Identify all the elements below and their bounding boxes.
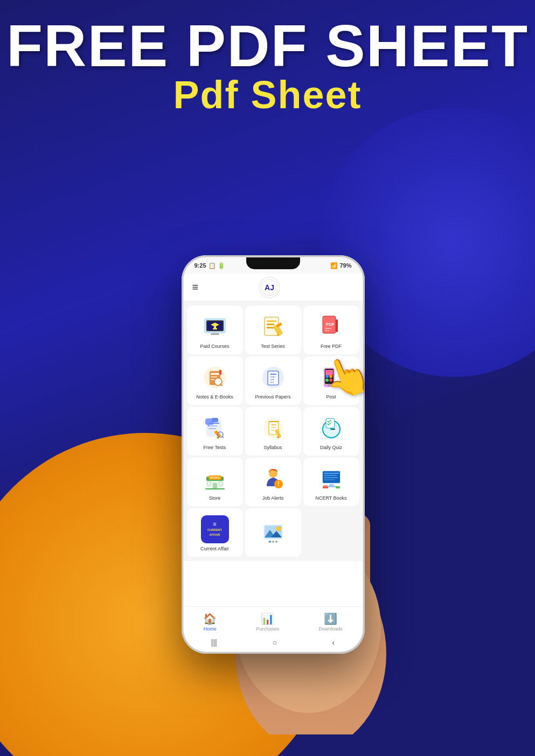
nav-home-label: Home bbox=[204, 626, 217, 632]
svg-rect-110 bbox=[336, 486, 340, 488]
test-series-icon bbox=[259, 313, 287, 341]
ncert-books-label: NCERT Books bbox=[315, 495, 346, 501]
signal-icon: 📶 bbox=[330, 262, 338, 269]
grid-item-free-pdf[interactable]: PDF Free PDF bbox=[303, 306, 359, 354]
svg-rect-95 bbox=[219, 482, 223, 485]
nav-downloads[interactable]: ⬇️ Downloads bbox=[318, 612, 343, 632]
svg-rect-104 bbox=[324, 477, 338, 478]
grid-item-test-series[interactable]: Test Series bbox=[245, 306, 301, 354]
syllabus-label: Syllabus bbox=[263, 445, 282, 450]
header-section: FREE PDF SHEET Pdf Sheet bbox=[0, 16, 535, 114]
svg-point-115 bbox=[276, 526, 281, 531]
svg-line-68 bbox=[222, 436, 224, 438]
syllabus-icon bbox=[259, 414, 287, 442]
nav-downloads-label: Downloads bbox=[318, 626, 343, 632]
phone-wrapper: 9:25 📋 🔋 📶 79% ≡ AJ bbox=[155, 255, 381, 724]
svg-rect-61 bbox=[209, 425, 217, 426]
hamburger-icon[interactable]: ≡ bbox=[192, 281, 199, 293]
svg-rect-34 bbox=[325, 330, 329, 331]
title-line1: FREE PDF SHEET bbox=[0, 16, 535, 75]
status-right: 📶 79% bbox=[330, 262, 351, 269]
svg-point-116 bbox=[269, 541, 271, 543]
svg-point-118 bbox=[275, 541, 277, 543]
svg-rect-31 bbox=[336, 319, 338, 332]
grid-item-current-affair[interactable]: ≡ CURRENT AFFAIR Current Affair bbox=[187, 508, 243, 557]
nav-purchases[interactable]: 📊 Purchases bbox=[256, 612, 279, 632]
svg-rect-94 bbox=[207, 482, 211, 485]
grid-item-free-tests[interactable]: Free Tests bbox=[187, 407, 243, 456]
gallery-icon bbox=[259, 518, 287, 546]
notes-ebooks-label: Notes & E-Books bbox=[196, 394, 233, 400]
store-icon: BOOKS bbox=[201, 465, 229, 493]
battery-text: 79% bbox=[339, 262, 351, 269]
notes-ebooks-icon bbox=[201, 363, 229, 391]
grid-item-gallery[interactable] bbox=[245, 508, 301, 557]
status-icons: 📋 🔋 bbox=[209, 262, 225, 269]
job-alerts-label: Job Alerts bbox=[262, 495, 284, 501]
svg-rect-18 bbox=[214, 325, 216, 328]
svg-rect-105 bbox=[324, 479, 335, 480]
grid-item-syllabus[interactable]: Syllabus bbox=[245, 407, 301, 456]
bottom-nav: 🏠 Home 📊 Purchases ⬇️ Downloads bbox=[184, 606, 363, 636]
home-nav-icon: 🏠 bbox=[203, 612, 217, 625]
status-left: 9:25 📋 🔋 bbox=[194, 262, 225, 269]
svg-rect-62 bbox=[209, 428, 216, 429]
grid-item-paid-courses[interactable]: Paid Courses bbox=[187, 306, 243, 354]
store-label: Store bbox=[209, 495, 221, 501]
svg-text:BOOKS: BOOKS bbox=[210, 476, 220, 479]
current-affair-label: Current Affair bbox=[200, 546, 229, 551]
phone-frame: 9:25 📋 🔋 📶 79% ≡ AJ bbox=[182, 255, 365, 654]
daily-quiz-label: Daily Quiz bbox=[320, 445, 342, 450]
svg-rect-46 bbox=[270, 376, 275, 377]
app-logo: AJ bbox=[259, 277, 280, 298]
svg-rect-24 bbox=[267, 324, 274, 325]
previous-papers-icon bbox=[259, 363, 287, 391]
app-header: ≡ AJ bbox=[184, 274, 363, 302]
svg-point-117 bbox=[272, 541, 274, 543]
app-grid: Paid Courses bbox=[184, 302, 363, 561]
svg-point-83 bbox=[330, 428, 332, 430]
svg-rect-72 bbox=[271, 427, 275, 428]
free-tests-label: Free Tests bbox=[204, 445, 226, 450]
phone-inner: 9:25 📋 🔋 📶 79% ≡ AJ bbox=[184, 257, 363, 652]
free-pdf-label: Free PDF bbox=[321, 344, 342, 349]
svg-rect-65 bbox=[205, 418, 214, 425]
grid-item-job-alerts[interactable]: ! Job Alerts bbox=[245, 458, 301, 506]
svg-point-21 bbox=[213, 332, 217, 334]
ncert-books-icon bbox=[317, 465, 345, 493]
grid-item-notes-ebooks[interactable]: Notes & E-Books bbox=[187, 356, 243, 405]
current-affair-icon: ≡ CURRENT AFFAIR bbox=[201, 515, 229, 543]
paid-courses-label: Paid Courses bbox=[200, 344, 229, 349]
test-series-label: Test Series bbox=[261, 344, 285, 349]
svg-rect-33 bbox=[325, 328, 331, 329]
nav-purchases-label: Purchases bbox=[256, 626, 279, 632]
svg-rect-107 bbox=[327, 486, 336, 487]
svg-rect-73 bbox=[271, 430, 274, 431]
svg-rect-49 bbox=[273, 371, 274, 385]
status-time: 9:25 bbox=[194, 262, 206, 269]
system-nav-home: ○ bbox=[272, 638, 276, 647]
grid-item-store[interactable]: BOOKS Store bbox=[187, 458, 243, 506]
svg-rect-38 bbox=[211, 376, 217, 377]
paid-courses-icon bbox=[201, 313, 229, 341]
svg-text:!: ! bbox=[277, 481, 279, 487]
svg-text:AJ: AJ bbox=[265, 283, 274, 292]
free-tests-icon bbox=[201, 414, 229, 442]
daily-quiz-icon bbox=[317, 414, 345, 442]
previous-papers-label: Previous Papers bbox=[255, 394, 290, 400]
svg-rect-109 bbox=[323, 485, 328, 487]
svg-rect-103 bbox=[324, 475, 337, 476]
svg-rect-96 bbox=[205, 488, 225, 489]
downloads-nav-icon: ⬇️ bbox=[324, 612, 337, 625]
grid-item-previous-papers[interactable]: Previous Papers bbox=[245, 356, 301, 405]
system-nav-menu: ||| bbox=[211, 638, 217, 647]
grid-item-ncert-books[interactable]: NCERT Books bbox=[303, 458, 359, 506]
svg-rect-23 bbox=[267, 320, 276, 322]
nav-home[interactable]: 🏠 Home bbox=[203, 612, 217, 632]
phone-notch bbox=[246, 257, 300, 269]
system-nav: ||| ○ ‹ bbox=[184, 636, 363, 648]
svg-rect-19 bbox=[213, 328, 217, 330]
svg-rect-71 bbox=[271, 424, 276, 425]
grid-item-daily-quiz[interactable]: Daily Quiz bbox=[303, 407, 359, 456]
purchases-nav-icon: 📊 bbox=[261, 612, 274, 625]
